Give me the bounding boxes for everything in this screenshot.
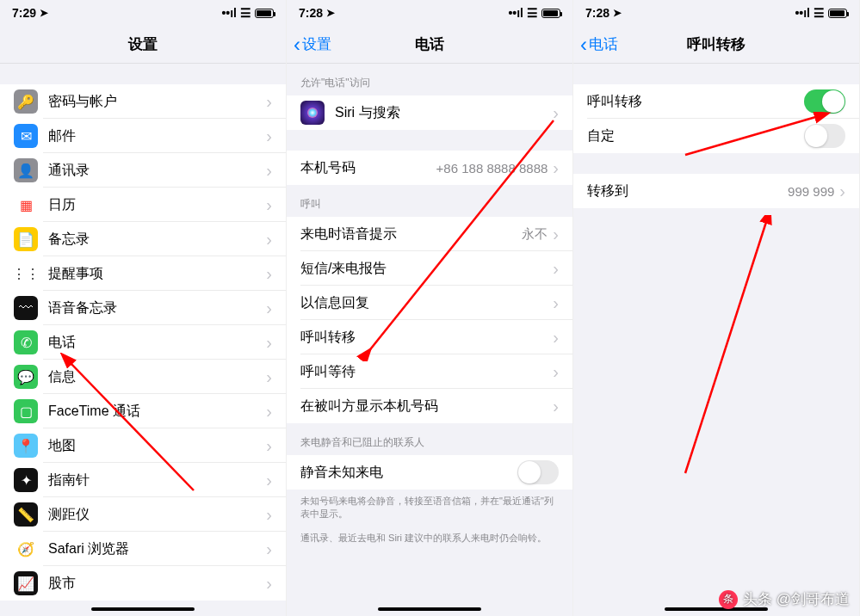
chevron-right-icon: ›	[266, 333, 272, 353]
chevron-right-icon: ›	[266, 367, 272, 387]
settings-row-compass[interactable]: ✦ 指南针 ›	[0, 463, 286, 497]
row-label: 短信/来电报告	[300, 260, 553, 278]
facetime-icon: ▢	[14, 399, 38, 423]
battery-icon	[828, 9, 847, 18]
compass-icon: ✦	[14, 468, 38, 492]
chevron-right-icon: ›	[553, 397, 559, 416]
custom-toggle[interactable]	[804, 124, 845, 148]
status-indicators: ••ıl ☰	[795, 6, 847, 20]
chevron-right-icon: ›	[266, 195, 272, 215]
settings-row-stocks[interactable]: 📈 股市 ›	[0, 566, 286, 601]
settings-row-safari[interactable]: 🧭 Safari 浏览器 ›	[0, 532, 286, 566]
svg-line-3	[685, 219, 767, 473]
chevron-left-icon: ‹	[294, 34, 300, 55]
section-allow-access: 允许"电话"访问	[287, 64, 572, 95]
phone-settings-pane: 7:28➤ ••ıl ☰ ‹设置 电话 允许"电话"访问 Siri 与搜索 › …	[287, 0, 573, 616]
settings-row-phone[interactable]: ✆ 电话 ›	[0, 325, 286, 360]
notes-icon: 📄	[14, 227, 38, 251]
settings-pane: 7:29➤ ••ıl ☰ 设置 🔑 密码与帐户 ›✉︎ 邮件 ›👤 通讯录 ›▦…	[0, 0, 287, 616]
settings-row-facetime[interactable]: ▢ FaceTime 通话 ›	[0, 394, 286, 428]
settings-row-calendar[interactable]: ▦ 日历 ›	[0, 188, 286, 222]
chevron-right-icon: ›	[266, 230, 272, 249]
chevron-right-icon: ›	[266, 92, 272, 112]
row-label: 以信息回复	[300, 294, 553, 312]
row-label: 股市	[48, 575, 266, 593]
row-label: 邮件	[48, 127, 266, 145]
chevron-right-icon: ›	[553, 328, 559, 348]
status-bar: 7:28➤ ••ıl ☰	[573, 0, 859, 26]
settings-row-passwords[interactable]: 🔑 密码与帐户 ›	[0, 84, 286, 119]
mail-icon: ✉︎	[14, 124, 38, 148]
phone-row-msg-reply[interactable]: 以信息回复 ›	[287, 286, 572, 320]
chevron-right-icon: ›	[266, 402, 272, 422]
phone-row-call-waiting[interactable]: 呼叫等待 ›	[287, 354, 572, 389]
call-forward-toggle-row[interactable]: 呼叫转移	[573, 84, 859, 119]
status-indicators: ••ıl ☰	[221, 6, 274, 20]
settings-row-measure[interactable]: 📏 测距仪 ›	[0, 497, 286, 532]
settings-row-notes[interactable]: 📄 备忘录 ›	[0, 222, 286, 256]
row-label: 备忘录	[48, 231, 266, 249]
nav-bar: ‹设置 电话	[287, 26, 572, 64]
settings-row-messages[interactable]: 💬 信息 ›	[0, 360, 286, 394]
custom-toggle-row[interactable]: 自定	[573, 119, 859, 153]
row-label: 指南针	[48, 471, 266, 490]
phone-row-sms-report[interactable]: 短信/来电报告 ›	[287, 251, 572, 286]
forward-to-row[interactable]: 转移到 999 999 ›	[573, 174, 859, 208]
chevron-left-icon: ‹	[580, 34, 587, 55]
my-number-row[interactable]: 本机号码 +86 188 8888 8888 ›	[287, 151, 572, 185]
silence-unknown-row[interactable]: 静音未知来电	[287, 455, 572, 490]
siri-search-row[interactable]: Siri 与搜索 ›	[287, 95, 572, 130]
chevron-right-icon: ›	[266, 505, 272, 525]
wifi-icon: ☰	[240, 6, 251, 20]
clock: 7:28	[299, 6, 323, 20]
status-bar: 7:28➤ ••ıl ☰	[287, 0, 572, 26]
settings-row-reminders[interactable]: ⋮⋮ 提醒事项 ›	[0, 256, 286, 291]
contacts-icon: 👤	[14, 158, 38, 182]
status-indicators: ••ıl ☰	[508, 6, 560, 20]
clock: 7:29	[12, 6, 36, 20]
row-label: 日历	[48, 196, 266, 214]
wifi-icon: ☰	[527, 6, 538, 20]
chevron-right-icon: ›	[266, 574, 272, 594]
row-label: 通讯录	[48, 162, 266, 180]
status-bar: 7:29➤ ••ıl ☰	[0, 0, 286, 26]
settings-row-voicememos[interactable]: 〰 语音备忘录 ›	[0, 291, 286, 325]
row-label: 密码与帐户	[48, 93, 266, 111]
measure-icon: 📏	[14, 502, 38, 527]
battery-icon	[541, 9, 560, 18]
chevron-right-icon: ›	[553, 362, 559, 382]
nav-bar: 设置	[0, 26, 286, 64]
row-label: 地图	[48, 437, 266, 455]
call-forward-toggle[interactable]	[804, 89, 845, 114]
back-button[interactable]: ‹电话	[580, 34, 618, 55]
signal-icon: ••ıl	[508, 6, 523, 20]
row-label: FaceTime 通话	[48, 403, 266, 421]
settings-row-mail[interactable]: ✉︎ 邮件 ›	[0, 119, 286, 153]
page-title: 设置	[128, 34, 158, 54]
messages-icon: 💬	[14, 365, 38, 389]
row-label: 呼叫等待	[300, 363, 553, 381]
phone-row-announce[interactable]: 来电时语音提示 永不 ›	[287, 217, 572, 251]
phone-row-call-forward[interactable]: 呼叫转移 ›	[287, 320, 572, 354]
settings-row-contacts[interactable]: 👤 通讯录 ›	[0, 153, 286, 188]
settings-row-maps[interactable]: 📍 地图 ›	[0, 428, 286, 463]
row-label: 信息	[48, 368, 266, 386]
clock: 7:28	[585, 6, 609, 20]
page-title: 呼叫转移	[687, 34, 746, 54]
chevron-right-icon: ›	[553, 225, 559, 244]
chevron-right-icon: ›	[266, 126, 272, 146]
silence-toggle[interactable]	[517, 460, 559, 484]
chevron-right-icon: ›	[266, 299, 272, 318]
section-silence: 来电静音和已阻止的联系人	[287, 423, 572, 455]
phone-row-show-id[interactable]: 在被叫方显示本机号码 ›	[287, 389, 572, 423]
voicememos-icon: 〰	[14, 296, 38, 320]
back-button[interactable]: ‹设置	[294, 34, 331, 55]
section-calls: 呼叫	[287, 185, 572, 217]
row-label: 在被叫方显示本机号码	[300, 397, 553, 416]
row-label: 测距仪	[48, 506, 266, 524]
phone-icon: ✆	[14, 330, 38, 354]
chevron-right-icon: ›	[266, 436, 272, 456]
row-label: Safari 浏览器	[48, 540, 266, 558]
row-value: 永不	[522, 226, 548, 243]
home-indicator	[91, 607, 195, 611]
